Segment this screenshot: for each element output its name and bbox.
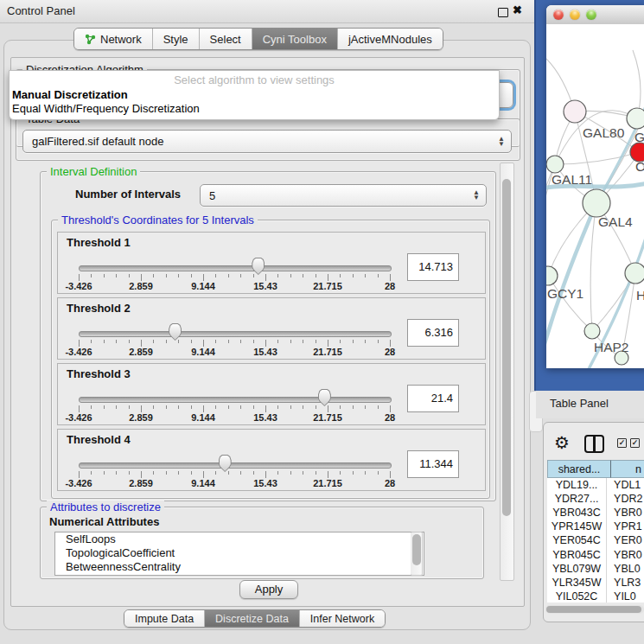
network-node[interactable] bbox=[627, 108, 644, 129]
threshold-slider-track[interactable] bbox=[79, 397, 392, 403]
tick-mark bbox=[290, 405, 291, 409]
tick-mark bbox=[91, 274, 92, 277]
table-row[interactable]: YLR345WYLR3 bbox=[547, 576, 644, 590]
column-layout-icon[interactable] bbox=[584, 435, 604, 453]
network-node-label: GCY1 bbox=[547, 286, 583, 301]
tick-mark bbox=[378, 405, 379, 409]
tick-label: 2.859 bbox=[115, 478, 167, 488]
network-node[interactable] bbox=[546, 156, 564, 173]
attributes-scrollbar[interactable] bbox=[411, 532, 423, 576]
tab-impute-data[interactable]: Impute Data bbox=[124, 610, 205, 627]
network-node-label: GAL11 bbox=[552, 172, 592, 187]
tick-mark bbox=[215, 340, 216, 343]
tab-select[interactable]: Select bbox=[200, 29, 252, 49]
column-header-name[interactable]: n bbox=[611, 460, 644, 478]
table-row[interactable]: YBR043CYBR0 bbox=[547, 506, 644, 520]
threshold-slider-handle[interactable] bbox=[219, 455, 232, 472]
tick-mark bbox=[328, 405, 328, 412]
network-view-window[interactable]: GAL80GACGAL11GAL4GCY1HHAP2 bbox=[546, 5, 644, 368]
tick-mark bbox=[91, 405, 92, 409]
column-header-shared-name[interactable]: shared... bbox=[547, 460, 611, 478]
tab-label: Style bbox=[163, 33, 188, 46]
tab-jactivemnodules[interactable]: jActiveMNodules bbox=[338, 29, 443, 49]
algorithm-option-manual[interactable]: Manual Discretization bbox=[12, 88, 128, 101]
scrollbar-thumb[interactable] bbox=[502, 179, 511, 516]
tick-label: 21.715 bbox=[302, 412, 354, 423]
cyni-mode-tabs: Impute DataDiscretize DataInfer Network bbox=[124, 609, 386, 628]
scrollbar-thumb[interactable] bbox=[546, 606, 641, 613]
settings-vertical-scrollbar[interactable] bbox=[500, 163, 514, 581]
tick-mark bbox=[365, 274, 366, 277]
tick-mark bbox=[178, 340, 179, 343]
zoom-traffic-light-icon[interactable] bbox=[586, 10, 596, 20]
tick-label: -3.426 bbox=[53, 412, 105, 423]
network-node-label: H bbox=[636, 288, 644, 303]
table-row[interactable]: YDL19...YDL1 bbox=[547, 478, 644, 492]
tick-mark bbox=[328, 340, 328, 347]
network-canvas[interactable]: GAL80GACGAL11GAL4GCY1HHAP2 bbox=[546, 24, 644, 368]
tick-mark bbox=[365, 471, 366, 475]
checkbox-icon[interactable]: ✓ bbox=[617, 438, 627, 448]
cell-name: YER0 bbox=[606, 533, 644, 547]
table-row[interactable]: YBL079WYBL0 bbox=[547, 562, 644, 576]
table-row[interactable]: YER054CYER0 bbox=[547, 533, 644, 547]
gear-icon[interactable]: ⚙ bbox=[554, 432, 570, 453]
threshold-value-field[interactable]: 14.713 bbox=[407, 253, 459, 281]
table-row[interactable]: YDR27...YDR2 bbox=[547, 492, 644, 506]
float-window-icon[interactable] bbox=[498, 8, 508, 17]
threshold-slider-handle[interactable] bbox=[252, 258, 265, 275]
tick-mark bbox=[191, 405, 192, 409]
tab-network[interactable]: Network bbox=[74, 29, 153, 49]
algorithm-option-equal-width[interactable]: Equal Width/Frequency Discretization bbox=[12, 102, 200, 115]
screen: Control Panel ✖ NetworkStyleSelectCyni T… bbox=[0, 0, 644, 644]
tick-mark bbox=[378, 274, 379, 277]
threshold-slider-handle[interactable] bbox=[169, 323, 182, 341]
tab-cyni-toolbox[interactable]: Cyni Toolbox bbox=[252, 29, 338, 49]
threshold-slider-handle[interactable] bbox=[318, 389, 331, 406]
tab-style[interactable]: Style bbox=[153, 29, 200, 49]
close-icon[interactable]: ✖ bbox=[513, 3, 522, 16]
minimize-traffic-light-icon[interactable] bbox=[570, 10, 580, 20]
network-node[interactable] bbox=[584, 323, 600, 339]
table-row[interactable]: YPR145WYPR1 bbox=[547, 520, 644, 533]
algorithm-dropdown-popup: Select algorithm to view settings Manual… bbox=[9, 70, 500, 120]
table-horizontal-scrollbar[interactable] bbox=[545, 605, 644, 614]
threshold-panel-4: Threshold 4-3.4262.8599.14415.4321.71528… bbox=[57, 429, 486, 491]
tick-label: 21.715 bbox=[302, 281, 354, 291]
network-window-titlebar[interactable] bbox=[546, 5, 644, 25]
attribute-list-item[interactable]: TopologicalCoefficient bbox=[55, 546, 424, 560]
threshold-slider-track[interactable] bbox=[79, 462, 392, 469]
tab-discretize-data[interactable]: Discretize Data bbox=[205, 610, 300, 627]
network-node[interactable] bbox=[564, 100, 586, 123]
close-traffic-light-icon[interactable] bbox=[553, 10, 564, 20]
numerical-attributes-list[interactable]: SelfLoopsTopologicalCoefficientBetweenne… bbox=[54, 532, 424, 576]
tick-mark bbox=[303, 340, 303, 343]
tick-mark bbox=[303, 405, 303, 409]
table-row[interactable]: YIL052CYIL0 bbox=[547, 590, 644, 603]
apply-button[interactable]: Apply bbox=[239, 580, 298, 599]
threshold-slider-track[interactable] bbox=[79, 265, 392, 271]
tick-label: 2.859 bbox=[115, 412, 167, 423]
network-icon bbox=[85, 34, 96, 45]
tab-infer-network[interactable]: Infer Network bbox=[300, 610, 385, 627]
checkbox-icon[interactable]: ✓ bbox=[630, 438, 640, 448]
attribute-list-item[interactable]: BetweennessCentrality bbox=[55, 560, 424, 574]
number-of-intervals-combobox[interactable]: 5 ▲▼ bbox=[200, 184, 487, 207]
table-data-combobox[interactable]: galFiltered.sif default node ▲▼ bbox=[22, 130, 512, 153]
scrollbar-thumb[interactable] bbox=[412, 534, 421, 565]
network-node[interactable] bbox=[583, 189, 610, 217]
threshold-value-field[interactable]: 11.344 bbox=[407, 450, 459, 478]
network-node[interactable] bbox=[546, 266, 558, 285]
network-node[interactable] bbox=[625, 263, 644, 284]
table-row[interactable]: YBR045CYBR0 bbox=[547, 547, 644, 561]
tick-mark bbox=[290, 471, 291, 475]
threshold-panel-3: Threshold 3-3.4262.8599.14415.4321.71528… bbox=[57, 363, 486, 425]
attribute-list-item[interactable]: SelfLoops bbox=[55, 532, 424, 546]
tick-mark bbox=[390, 274, 391, 281]
threshold-value-field[interactable]: 6.316 bbox=[407, 319, 459, 347]
threshold-slider-track[interactable] bbox=[79, 331, 392, 337]
tick-mark bbox=[265, 274, 266, 281]
tick-mark bbox=[178, 274, 179, 277]
threshold-value-field[interactable]: 21.4 bbox=[407, 385, 459, 412]
tick-mark bbox=[141, 340, 142, 347]
